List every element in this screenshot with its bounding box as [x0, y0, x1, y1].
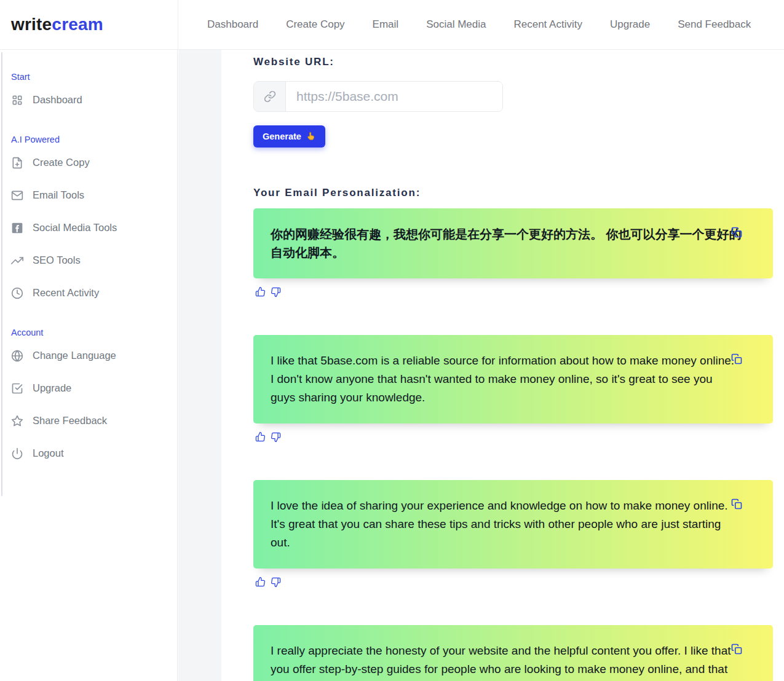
sidebar-item-label: Logout — [33, 447, 63, 459]
sidebar-heading-account: Account — [11, 328, 177, 337]
sidebar-item-label: Social Media Tools — [33, 222, 117, 234]
result-text: 你的网赚经验很有趣，我想你可能是在分享一个更好的方法。 你也可以分享一个更好的自… — [271, 225, 742, 262]
website-url-input-group — [253, 81, 503, 112]
result-card: 你的网赚经验很有趣，我想你可能是在分享一个更好的方法。 你也可以分享一个更好的自… — [253, 208, 773, 278]
sidebar-item-email-tools[interactable]: Email Tools — [0, 179, 177, 211]
sidebar-item-label: Change Language — [33, 350, 116, 361]
sidebar-item-share-feedback[interactable]: Share Feedback — [0, 404, 177, 437]
result-card: I love the idea of sharing your experien… — [253, 480, 773, 569]
sidebar-item-label: Recent Activity — [33, 287, 99, 299]
result-block: I love the idea of sharing your experien… — [253, 480, 773, 588]
copy-icon[interactable] — [731, 498, 742, 510]
thumbs-up-icon[interactable] — [255, 577, 266, 587]
website-url-input[interactable] — [286, 82, 502, 111]
power-icon — [11, 447, 23, 460]
sidebar-heading-ai-powered: A.I Powered — [11, 135, 177, 144]
nav-send-feedback[interactable]: Send Feedback — [678, 18, 751, 31]
sidebar-item-logout[interactable]: Logout — [0, 437, 177, 470]
sidebar-item-label: Share Feedback — [33, 415, 107, 427]
results-heading: Your Email Personalization: — [253, 187, 784, 199]
thumbs-down-icon[interactable] — [271, 575, 281, 588]
result-block: I like that 5base.com is a reliable sour… — [253, 335, 773, 443]
top-header: writecream Dashboard Create Copy Email S… — [0, 0, 784, 50]
top-nav: Dashboard Create Copy Email Social Media… — [178, 0, 751, 49]
content-gutter — [178, 50, 221, 681]
result-actions — [253, 430, 773, 443]
sidebar-item-label: Email Tools — [33, 189, 84, 201]
result-block: I really appreciate the honesty of your … — [253, 625, 773, 681]
sidebar-item-social-media-tools[interactable]: Social Media Tools — [0, 211, 177, 244]
generate-button-label: Generate — [263, 132, 301, 141]
logo[interactable]: writecream — [11, 15, 103, 34]
logo-cream: cream — [52, 15, 103, 34]
sidebar-item-label: Dashboard — [33, 94, 82, 106]
sidebar: Start Dashboard A.I Powered Create Copy … — [0, 50, 178, 681]
generate-button[interactable]: Generate — [253, 125, 325, 148]
logo-write: write — [11, 15, 52, 34]
result-text: I love the idea of sharing your experien… — [271, 497, 736, 552]
file-plus-icon — [11, 157, 23, 169]
sidebar-item-label: Upgrade — [33, 382, 71, 394]
nav-upgrade[interactable]: Upgrade — [610, 18, 650, 31]
website-url-label: Website URL: — [253, 56, 784, 68]
result-block: 你的网赚经验很有趣，我想你可能是在分享一个更好的方法。 你也可以分享一个更好的自… — [253, 208, 773, 297]
result-card: I really appreciate the honesty of your … — [253, 625, 773, 681]
result-card: I like that 5base.com is a reliable sour… — [253, 335, 773, 423]
facebook-icon — [11, 222, 23, 234]
copy-icon[interactable] — [731, 644, 742, 655]
nav-social-media[interactable]: Social Media — [426, 18, 486, 31]
clock-icon — [11, 287, 23, 299]
result-actions — [253, 285, 773, 297]
result-actions — [253, 575, 773, 588]
result-text: I really appreciate the honesty of your … — [271, 642, 736, 681]
sidebar-item-create-copy[interactable]: Create Copy — [0, 146, 177, 179]
sidebar-item-recent-activity[interactable]: Recent Activity — [0, 277, 177, 309]
nav-email[interactable]: Email — [373, 18, 399, 31]
trending-up-icon — [11, 254, 23, 267]
thumbs-up-icon[interactable] — [255, 431, 266, 442]
nav-recent-activity[interactable]: Recent Activity — [513, 18, 582, 31]
envelope-icon — [11, 189, 23, 202]
thumbs-down-icon[interactable] — [271, 285, 281, 297]
nav-dashboard[interactable]: Dashboard — [207, 18, 258, 31]
globe-icon — [11, 350, 23, 362]
dashboard-grid-icon — [11, 94, 23, 106]
sidebar-item-dashboard[interactable]: Dashboard — [0, 84, 177, 116]
sidebar-heading-start: Start — [11, 72, 177, 82]
sidebar-item-seo-tools[interactable]: SEO Tools — [0, 244, 177, 277]
thumbs-up-icon[interactable] — [255, 286, 266, 297]
thumbs-down-icon[interactable] — [271, 430, 281, 443]
result-text: I like that 5base.com is a reliable sour… — [271, 352, 736, 407]
sidebar-item-change-language[interactable]: Change Language — [0, 339, 177, 372]
pointing-hand-icon — [306, 131, 316, 141]
sidebar-accent-line — [1, 52, 2, 496]
main-content: Website URL: Generate Your Email Persona… — [221, 50, 784, 681]
logo-box: writecream — [0, 0, 178, 49]
sidebar-item-label: Create Copy — [33, 157, 90, 168]
sidebar-item-label: SEO Tools — [33, 254, 81, 266]
nav-create-copy[interactable]: Create Copy — [286, 18, 344, 31]
star-icon — [11, 415, 23, 427]
sidebar-item-upgrade[interactable]: Upgrade — [0, 372, 177, 404]
copy-icon[interactable] — [731, 227, 742, 238]
check-square-icon — [11, 382, 23, 395]
link-icon — [254, 82, 286, 111]
copy-icon[interactable] — [731, 353, 742, 364]
